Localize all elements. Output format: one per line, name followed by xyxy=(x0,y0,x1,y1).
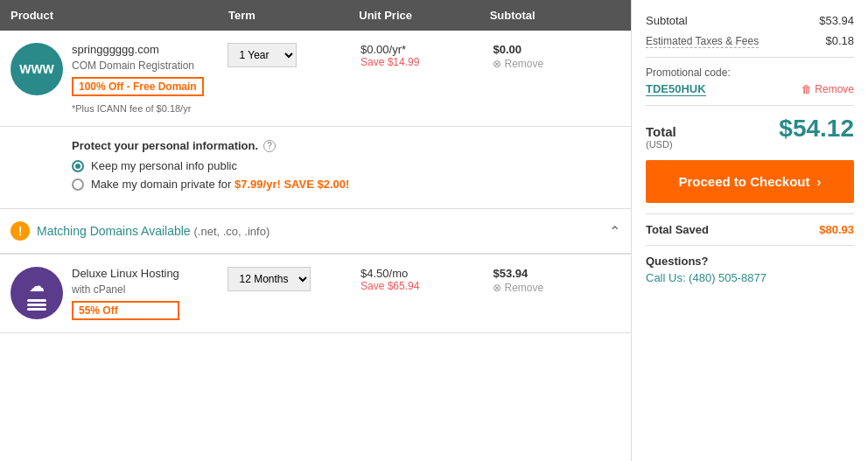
domain-product-row: WWW springggggg.com COM Domain Registrat… xyxy=(0,31,631,127)
sidebar-total-label-group: Total (USD) xyxy=(646,124,676,150)
sidebar-subtotal-value: $53.94 xyxy=(819,14,854,27)
hosting-product-row: ☁ Deluxe Linux Hosting with cPanel 55% O… xyxy=(0,255,631,333)
sidebar-total-row: Total (USD) $54.12 xyxy=(646,115,854,150)
sidebar-promo-label: Promotional code: xyxy=(646,66,854,79)
personal-info-title: Protect your personal information. ? xyxy=(72,139,620,152)
chevron-up-icon[interactable]: ⌃ xyxy=(609,223,620,240)
hosting-product-details: Deluxe Linux Hosting with cPanel 55% Off xyxy=(72,267,179,320)
sidebar-remove-promo[interactable]: 🗑 Remove xyxy=(802,83,854,95)
sidebar-phone-link[interactable]: Call Us: (480) 505-8877 xyxy=(646,271,766,284)
www-icon: WWW xyxy=(10,43,63,95)
domain-subtotal-amount: $0.00 xyxy=(493,43,620,56)
domain-price-value: $0.00/yr* xyxy=(360,43,488,56)
sidebar-total-amount: $54.12 xyxy=(779,115,854,143)
hosting-unit-price: $4.50/mo Save $65.94 xyxy=(360,267,488,292)
hosting-remove-link[interactable]: ⊗ Remove xyxy=(493,282,620,294)
radio-private-circle[interactable] xyxy=(72,178,84,191)
option2-price: $7.99/yr! SAVE $2.00! xyxy=(234,178,349,191)
sidebar-promo-code: TDE50HUK xyxy=(646,82,706,96)
matching-left: ! Matching Domains Available (.net, .co,… xyxy=(10,221,270,241)
domain-product-details: springggggg.com COM Domain Registration … xyxy=(72,43,204,114)
col-term: Term xyxy=(228,9,359,22)
sidebar-subtotal-label: Subtotal xyxy=(646,14,688,27)
help-icon[interactable]: ? xyxy=(263,140,276,152)
checkout-label: Proceed to Checkout xyxy=(678,174,809,189)
hosting-subtotal: $53.94 ⊗ Remove xyxy=(493,267,620,294)
sidebar-divider-1 xyxy=(646,57,854,58)
radio-public-circle[interactable] xyxy=(72,160,84,172)
table-header: Product Term Unit Price Subtotal xyxy=(0,0,631,31)
hosting-term-select[interactable]: 12 Months 24 Months 36 Months xyxy=(228,267,355,291)
hosting-term-dropdown[interactable]: 12 Months 24 Months 36 Months xyxy=(228,267,311,291)
lines-icon xyxy=(27,299,46,311)
hosting-name: Deluxe Linux Hosting xyxy=(72,267,179,280)
col-product: Product xyxy=(10,9,228,22)
cloud-icon: ☁ xyxy=(29,276,45,296)
hosting-discount-badge: 55% Off xyxy=(72,301,179,320)
matching-text: Matching Domains Available (.net, .co, .… xyxy=(37,224,270,238)
col-unit-price: Unit Price xyxy=(359,9,489,22)
hosting-price-save: Save $65.94 xyxy=(360,280,488,292)
domain-name: springggggg.com xyxy=(72,43,204,56)
domain-term-dropdown[interactable]: 1 Year 2 Years 3 Years xyxy=(228,43,297,67)
sidebar-promo-row: Promotional code: TDE50HUK 🗑 Remove xyxy=(646,66,854,96)
col-subtotal: Subtotal xyxy=(490,9,620,22)
hosting-name2: with cPanel xyxy=(72,283,179,296)
hosting-remove-circle-icon: ⊗ xyxy=(493,282,501,294)
domain-product-info: WWW springggggg.com COM Domain Registrat… xyxy=(10,43,222,114)
sidebar-taxes-label: Estimated Taxes & Fees xyxy=(646,34,759,48)
sidebar: Subtotal $53.94 Estimated Taxes & Fees $… xyxy=(632,0,868,461)
radio-private-option[interactable]: Make my domain private for $7.99/yr! SAV… xyxy=(72,178,620,191)
sidebar-questions-title: Questions? xyxy=(646,255,854,268)
domain-discount-badge: 100% Off - Free Domain xyxy=(72,77,204,96)
sidebar-total-usd: (USD) xyxy=(646,139,676,150)
sidebar-total-label: Total xyxy=(646,124,676,139)
personal-info-section: Protect your personal information. ? Kee… xyxy=(0,127,631,209)
domain-price-save: Save $14.99 xyxy=(360,56,488,68)
remove-circle-icon: ⊗ xyxy=(493,58,501,70)
domain-subtotal: $0.00 ⊗ Remove xyxy=(493,43,620,70)
sidebar-divider-3 xyxy=(646,213,854,214)
hosting-icon: ☁ xyxy=(10,267,63,319)
sidebar-subtotal-row: Subtotal $53.94 xyxy=(646,14,854,27)
icann-note: *Plus ICANN fee of $0.18/yr xyxy=(72,103,204,114)
sidebar-divider-2 xyxy=(646,105,854,106)
sidebar-promo-code-row: TDE50HUK 🗑 Remove xyxy=(646,82,854,96)
hosting-subtotal-amount: $53.94 xyxy=(493,267,620,280)
matching-domains-banner[interactable]: ! Matching Domains Available (.net, .co,… xyxy=(0,209,631,255)
option2-prefix: Make my domain private for xyxy=(91,178,234,191)
checkout-button[interactable]: Proceed to Checkout › xyxy=(646,160,854,203)
sidebar-divider-4 xyxy=(646,245,854,246)
matching-sub: (.net, .co, .info) xyxy=(194,225,270,238)
domain-remove-link[interactable]: ⊗ Remove xyxy=(493,58,620,70)
matching-text-main: Matching Domains Available xyxy=(37,224,191,238)
hosting-price-value: $4.50/mo xyxy=(360,267,488,280)
hosting-product-info: ☁ Deluxe Linux Hosting with cPanel 55% O… xyxy=(10,267,222,320)
sidebar-taxes-value: $0.18 xyxy=(825,34,854,48)
radio-public-option[interactable]: Keep my personal info public xyxy=(72,159,620,172)
sidebar-total-saved-row: Total Saved $80.93 xyxy=(646,223,854,236)
sidebar-total-saved-label: Total Saved xyxy=(646,223,709,236)
domain-type: COM Domain Registration xyxy=(72,59,204,72)
checkout-arrow-icon: › xyxy=(817,174,822,189)
trash-icon: 🗑 xyxy=(802,83,812,95)
domain-unit-price: $0.00/yr* Save $14.99 xyxy=(360,43,488,68)
warning-icon: ! xyxy=(10,221,30,241)
sidebar-total-saved-value: $80.93 xyxy=(819,223,854,236)
domain-term-select[interactable]: 1 Year 2 Years 3 Years xyxy=(228,43,355,67)
sidebar-questions-section: Questions? Call Us: (480) 505-8877 xyxy=(646,255,854,284)
sidebar-taxes-row: Estimated Taxes & Fees $0.18 xyxy=(646,34,854,48)
